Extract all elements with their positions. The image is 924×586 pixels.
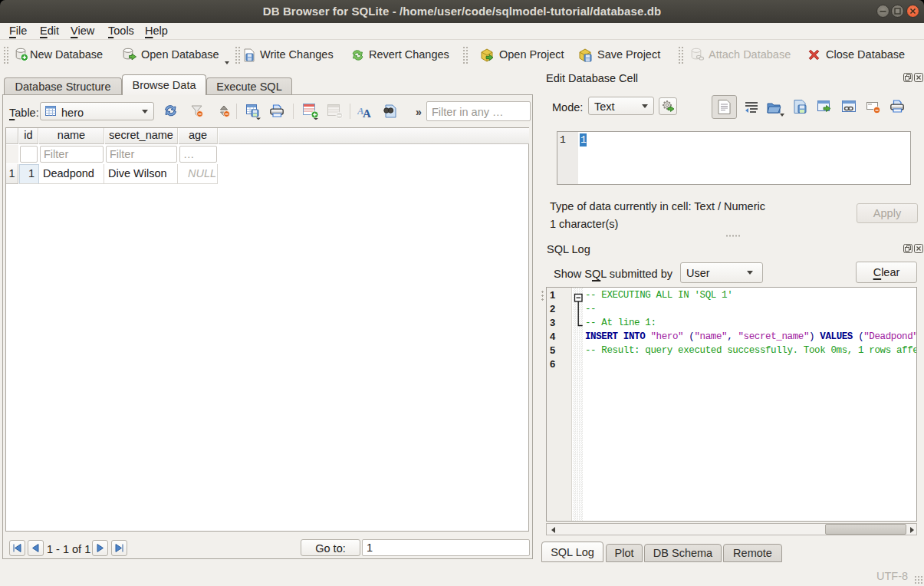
svg-text:A: A [363, 107, 371, 119]
